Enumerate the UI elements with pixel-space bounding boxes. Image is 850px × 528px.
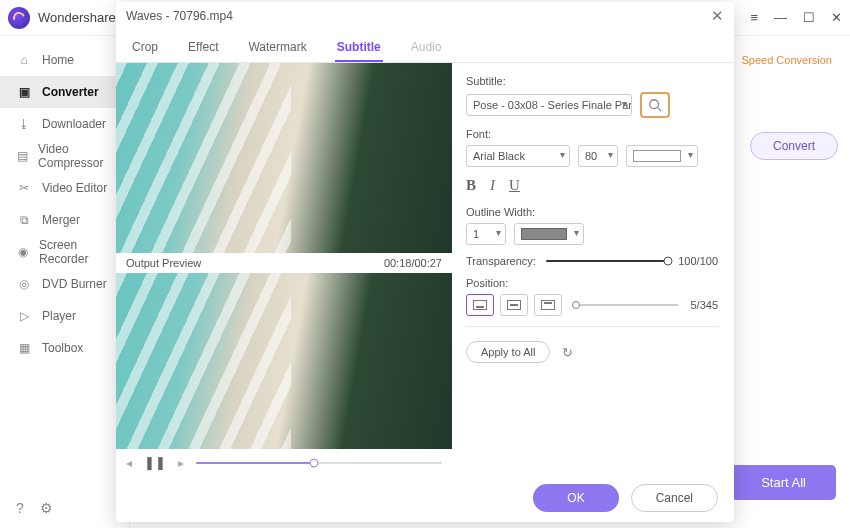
position-middle-button[interactable] [500, 294, 528, 316]
sidebar-item-label: Screen Recorder [39, 238, 113, 266]
tab-audio[interactable]: Audio [409, 34, 444, 62]
outline-width-label: Outline Width: [466, 206, 718, 218]
subtitle-editor-dialog: Waves - 70796.mp4 ✕ Crop Effect Watermar… [116, 2, 734, 522]
right-panel: Speed Conversion Convert [735, 50, 838, 160]
sidebar-item-label: Converter [42, 85, 99, 99]
pause-button[interactable]: ❚❚ [144, 455, 166, 470]
sidebar-item-label: DVD Burner [42, 277, 107, 291]
sidebar-item-merger[interactable]: ⧉Merger [0, 204, 129, 236]
output-preview-label: Output Preview [126, 257, 201, 269]
font-label: Font: [466, 128, 718, 140]
transparency-value: 100/100 [678, 255, 718, 267]
tab-effect[interactable]: Effect [186, 34, 220, 62]
outline-width-select[interactable]: 1 [466, 223, 506, 245]
dialog-tabs: Crop Effect Watermark Subtitle Audio [116, 30, 734, 63]
sidebar-item-label: Toolbox [42, 341, 83, 355]
outline-color-select[interactable] [514, 223, 584, 245]
scissors-icon: ✂ [16, 180, 32, 196]
disc-icon: ◎ [16, 276, 32, 292]
minimize-button[interactable]: — [774, 10, 787, 25]
settings-icon[interactable]: ⚙ [40, 500, 53, 516]
italic-button[interactable]: I [490, 177, 495, 194]
sidebar-item-converter[interactable]: ▣Converter [0, 76, 129, 108]
sidebar-item-dvd-burner[interactable]: ◎DVD Burner [0, 268, 129, 300]
sidebar-item-label: Home [42, 53, 74, 67]
seek-slider[interactable] [196, 462, 442, 464]
font-size-select[interactable]: 80 [578, 145, 618, 167]
font-size-value: 80 [585, 150, 597, 162]
home-icon: ⌂ [16, 52, 32, 68]
transparency-label: Transparency: [466, 255, 536, 267]
sidebar-item-compressor[interactable]: ▤Video Compressor [0, 140, 129, 172]
position-label: Position: [466, 277, 718, 289]
dialog-title: Waves - 70796.mp4 [126, 9, 233, 23]
convert-button[interactable]: Convert [750, 132, 838, 160]
toolbox-icon: ▦ [16, 340, 32, 356]
video-preview-original [116, 63, 452, 253]
font-color-select[interactable] [626, 145, 698, 167]
sidebar-item-home[interactable]: ⌂Home [0, 44, 129, 76]
tab-watermark[interactable]: Watermark [246, 34, 308, 62]
close-button[interactable]: ✕ [831, 10, 842, 25]
outline-width-value: 1 [473, 228, 479, 240]
video-preview-output [116, 273, 452, 449]
font-color-swatch [633, 150, 681, 162]
sidebar-item-label: Player [42, 309, 76, 323]
transparency-slider[interactable] [546, 260, 668, 262]
prev-button[interactable]: ◂ [126, 456, 132, 470]
sidebar-item-label: Merger [42, 213, 80, 227]
compress-icon: ▤ [16, 148, 28, 164]
sidebar-item-label: Video Editor [42, 181, 107, 195]
sidebar-item-player[interactable]: ▷Player [0, 300, 129, 332]
tab-subtitle[interactable]: Subtitle [335, 34, 383, 62]
subtitle-label: Subtitle: [466, 75, 718, 87]
svg-point-0 [650, 100, 659, 109]
sidebar-item-label: Downloader [42, 117, 106, 131]
app-brand: Wondershare [38, 10, 116, 25]
play-icon: ▷ [16, 308, 32, 324]
sidebar: ⌂Home ▣Converter ⭳Downloader ▤Video Comp… [0, 36, 130, 528]
player-controls: ◂ ❚❚ ▸ [116, 449, 452, 476]
converter-icon: ▣ [16, 84, 32, 100]
dialog-close-button[interactable]: ✕ [711, 7, 724, 25]
sidebar-item-screen-recorder[interactable]: ◉Screen Recorder [0, 236, 129, 268]
bold-button[interactable]: B [466, 177, 476, 194]
cancel-button[interactable]: Cancel [631, 484, 718, 512]
sidebar-item-video-editor[interactable]: ✂Video Editor [0, 172, 129, 204]
outline-color-swatch [521, 228, 567, 240]
record-icon: ◉ [16, 244, 29, 260]
download-icon: ⭳ [16, 116, 32, 132]
position-slider[interactable] [576, 304, 678, 306]
position-bottom-button[interactable] [466, 294, 494, 316]
sidebar-item-toolbox[interactable]: ▦Toolbox [0, 332, 129, 364]
tab-crop[interactable]: Crop [130, 34, 160, 62]
divider [466, 326, 718, 327]
svg-line-1 [658, 108, 662, 112]
subtitle-select[interactable]: Pose - 03x08 - Series Finale Part 2.WE [466, 94, 632, 116]
next-button[interactable]: ▸ [178, 456, 184, 470]
underline-button[interactable]: U [509, 177, 520, 194]
reset-icon[interactable]: ↻ [562, 345, 573, 360]
font-select[interactable]: Arial Black [466, 145, 570, 167]
ok-button[interactable]: OK [533, 484, 618, 512]
menu-icon[interactable]: ≡ [750, 10, 758, 25]
sidebar-item-downloader[interactable]: ⭳Downloader [0, 108, 129, 140]
app-logo [8, 7, 30, 29]
font-select-value: Arial Black [473, 150, 525, 162]
help-icon[interactable]: ? [16, 500, 24, 516]
merge-icon: ⧉ [16, 212, 32, 228]
timecode: 00:18/00:27 [384, 257, 442, 269]
search-icon [648, 98, 662, 112]
apply-to-all-button[interactable]: Apply to All [466, 341, 550, 363]
maximize-button[interactable]: ☐ [803, 10, 815, 25]
sidebar-item-label: Video Compressor [38, 142, 113, 170]
speed-conversion-link[interactable]: Speed Conversion [735, 50, 838, 70]
position-value: 5/345 [690, 299, 718, 311]
start-all-button[interactable]: Start All [731, 465, 836, 500]
subtitle-select-value: Pose - 03x08 - Series Finale Part 2.WE [473, 99, 632, 111]
position-top-button[interactable] [534, 294, 562, 316]
subtitle-search-button[interactable] [640, 92, 670, 118]
